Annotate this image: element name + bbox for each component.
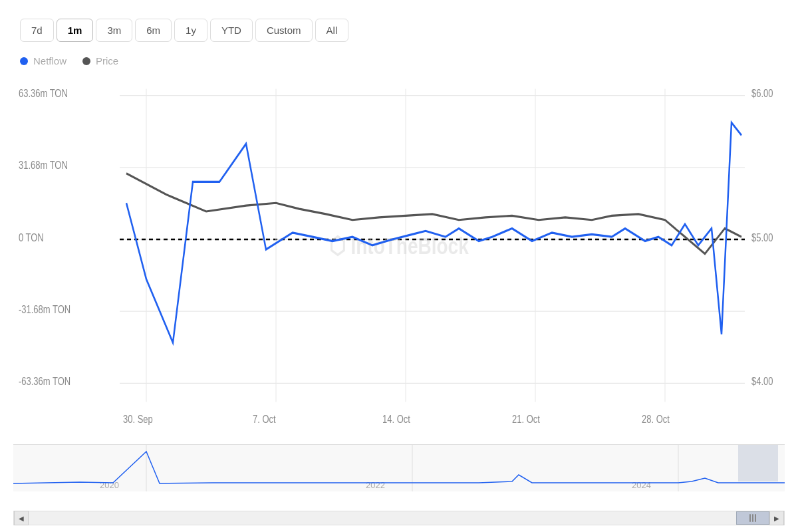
svg-text:0 TON: 0 TON	[19, 231, 44, 243]
time-btn-6m[interactable]: 6m	[135, 19, 172, 42]
svg-text:2020: 2020	[100, 480, 119, 490]
grip-line-3	[755, 514, 756, 522]
svg-text:28. Oct: 28. Oct	[642, 414, 670, 426]
mini-chart-svg: 2020 2022 2024	[13, 445, 785, 491]
price-dot	[82, 57, 90, 65]
main-chart-svg: 63.36m TON 31.68m TON 0 TON -31.68m TON …	[13, 72, 785, 444]
scroll-left-button[interactable]: ◀	[14, 511, 29, 525]
time-btn-custom[interactable]: Custom	[255, 19, 313, 42]
time-range-bar: 7d1m3m6m1yYTDCustomAll	[7, 13, 791, 47]
svg-text:$4.00: $4.00	[751, 375, 773, 387]
svg-text:31.68m TON: 31.68m TON	[19, 160, 68, 172]
time-btn-7d[interactable]: 7d	[20, 19, 54, 42]
time-btn-3m[interactable]: 3m	[96, 19, 132, 42]
svg-text:2022: 2022	[366, 480, 385, 490]
netflow-label: Netflow	[33, 55, 66, 66]
svg-text:$6.00: $6.00	[751, 88, 773, 100]
svg-rect-32	[738, 445, 778, 481]
legend: Netflow Price	[7, 47, 791, 72]
scroll-thumb-grip	[749, 514, 756, 522]
grip-line-1	[749, 514, 751, 522]
price-label: Price	[96, 55, 118, 66]
time-btn-ytd[interactable]: YTD	[210, 19, 253, 42]
scroll-right-button[interactable]: ▶	[769, 511, 784, 525]
svg-text:14. Oct: 14. Oct	[382, 414, 411, 426]
mini-chart-container: 2020 2022 2024	[13, 444, 785, 511]
svg-text:7. Oct: 7. Oct	[253, 414, 276, 426]
netflow-dot	[20, 57, 28, 65]
svg-text:63.36m TON: 63.36m TON	[19, 88, 68, 100]
svg-text:21. Oct: 21. Oct	[512, 414, 541, 426]
main-chart-wrapper: 63.36m TON 31.68m TON 0 TON -31.68m TON …	[13, 72, 785, 444]
svg-text:30. Sep: 30. Sep	[123, 414, 153, 426]
legend-netflow: Netflow	[20, 55, 66, 66]
time-btn-1m[interactable]: 1m	[57, 19, 94, 42]
svg-text:2024: 2024	[632, 480, 651, 490]
scroll-thumb[interactable]	[736, 511, 769, 525]
legend-price: Price	[82, 55, 118, 66]
time-btn-1y[interactable]: 1y	[174, 19, 207, 42]
time-btn-all[interactable]: All	[315, 19, 349, 42]
scroll-track	[29, 511, 769, 525]
svg-text:-31.68m TON: -31.68m TON	[19, 303, 70, 315]
svg-text:$5.00: $5.00	[751, 231, 773, 243]
grip-line-2	[752, 514, 753, 522]
scrollbar[interactable]: ◀ ▶	[13, 511, 785, 525]
svg-text:-63.36m TON: -63.36m TON	[19, 375, 70, 387]
